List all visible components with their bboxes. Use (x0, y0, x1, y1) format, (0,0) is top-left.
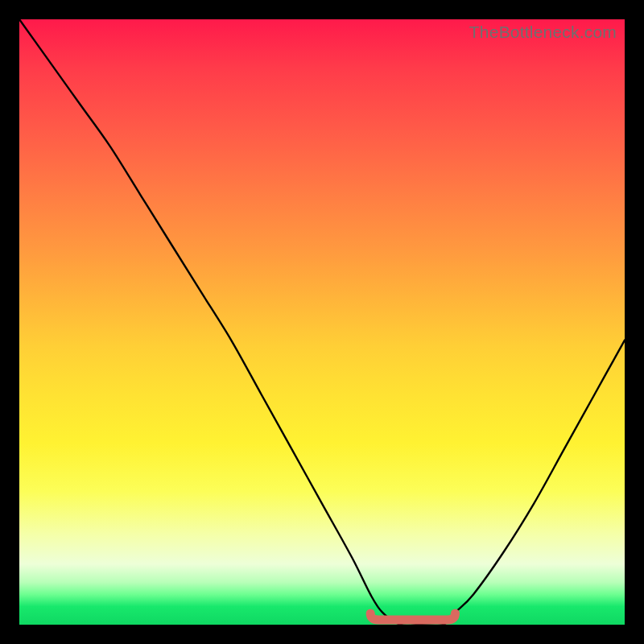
chart-frame: TheBottleneck.com (0, 0, 644, 644)
plot-area: TheBottleneck.com (19, 19, 625, 625)
bottleneck-curve (19, 19, 625, 625)
curve-svg (19, 19, 625, 625)
